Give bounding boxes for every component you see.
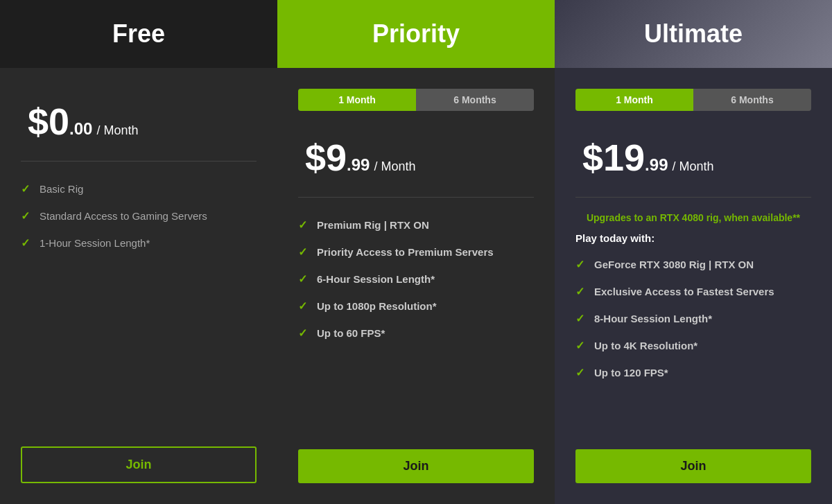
priority-body: 1 Month6 Months$9.99/ Month✓Premium Rig … [277,68,555,504]
check-icon: ✓ [21,236,30,250]
ultimate-body: 1 Month6 Months$19.99/ MonthUpgrades to … [555,68,832,504]
feature-text: GeForce RTX 3080 Rig | RTX ON [594,259,754,270]
feature-item: ✓Priority Access to Premium Servers [298,238,534,266]
priority-price-period: / Month [374,159,415,174]
free-body: $0.00/ Month✓Basic Rig✓Standard Access t… [0,68,277,504]
priority-divider [298,197,534,198]
check-icon: ✓ [298,245,307,259]
check-icon: ✓ [298,327,307,340]
priority-price-cents: .99 [347,155,370,175]
check-icon: ✓ [575,285,584,298]
ultimate-divider [575,197,811,198]
feature-item: ✓Up to 120 FPS* [575,359,811,386]
priority-features-list: ✓Premium Rig | RTX ON✓Priority Access to… [298,211,534,435]
feature-item: ✓Up to 4K Resolution* [575,332,811,359]
ultimate-price-period: / Month [672,159,713,174]
feature-text: 8-Hour Session Length* [594,313,712,324]
feature-item: ✓Up to 60 FPS* [298,320,534,347]
ultimate-billing-6-months[interactable]: 6 Months [693,89,811,111]
feature-text: Up to 120 FPS* [594,367,668,379]
check-icon: ✓ [575,312,584,325]
feature-text: Exclusive Access to Fastest Servers [594,286,774,297]
check-icon: ✓ [575,366,584,379]
priority-title: Priority [372,19,460,49]
ultimate-price-dollar: $19 [582,139,645,176]
free-price-period: / Month [96,123,138,138]
feature-item: ✓Up to 1080p Resolution* [298,293,534,320]
ultimate-header: Ultimate [555,0,832,68]
check-icon: ✓ [575,258,584,271]
priority-price-dollar: $9 [305,139,347,176]
feature-text: Up to 1080p Resolution* [317,300,437,312]
feature-text: Premium Rig | RTX ON [317,219,429,231]
priority-join-button[interactable]: Join [298,449,534,483]
priority-billing-1-month[interactable]: 1 Month [298,89,416,111]
feature-text: 6-Hour Session Length* [317,273,435,285]
free-price-dollar: $0 [28,103,69,140]
feature-text: Standard Access to Gaming Servers [40,210,207,222]
ultimate-billing-toggle: 1 Month6 Months [575,89,811,111]
plan-free: Free$0.00/ Month✓Basic Rig✓Standard Acce… [0,0,277,504]
free-divider [21,161,257,162]
feature-item: ✓8-Hour Session Length* [575,305,811,332]
feature-item: ✓6-Hour Session Length* [298,266,534,293]
plan-priority: Priority1 Month6 Months$9.99/ Month✓Prem… [277,0,555,504]
check-icon: ✓ [298,218,307,232]
feature-item: ✓Standard Access to Gaming Servers [21,202,257,229]
feature-text: Up to 4K Resolution* [594,340,697,351]
free-price-section: $0.00/ Month [28,103,257,140]
feature-item: ✓1-Hour Session Length* [21,229,257,257]
ultimate-play-today: Play today with: [575,232,811,244]
check-icon: ✓ [21,209,30,223]
feature-text: 1-Hour Session Length* [40,237,150,249]
priority-billing-toggle: 1 Month6 Months [298,89,534,111]
free-join-button[interactable]: Join [21,446,257,483]
ultimate-billing-1-month[interactable]: 1 Month [575,89,693,111]
ultimate-upgrade-note: Upgrades to an RTX 4080 rig, when availa… [575,211,811,225]
feature-item: ✓Premium Rig | RTX ON [298,211,534,238]
feature-item: ✓GeForce RTX 3080 Rig | RTX ON [575,251,811,278]
priority-header: Priority [277,0,555,68]
check-icon: ✓ [575,339,584,352]
priority-billing-6-months[interactable]: 6 Months [416,89,534,111]
pricing-container: Free$0.00/ Month✓Basic Rig✓Standard Acce… [0,0,832,504]
ultimate-title: Ultimate [644,19,743,49]
free-title: Free [112,19,165,49]
check-icon: ✓ [298,299,307,313]
ultimate-price-section: $19.99/ Month [582,139,811,176]
feature-item: ✓Exclusive Access to Fastest Servers [575,278,811,305]
feature-text: Basic Rig [40,183,83,195]
free-price-cents: .00 [69,119,92,139]
free-header: Free [0,0,277,68]
ultimate-features-list: ✓GeForce RTX 3080 Rig | RTX ON✓Exclusive… [575,251,811,435]
check-icon: ✓ [298,272,307,286]
free-features-list: ✓Basic Rig✓Standard Access to Gaming Ser… [21,175,257,433]
feature-text: Priority Access to Premium Servers [317,246,494,258]
priority-price-section: $9.99/ Month [305,139,534,176]
check-icon: ✓ [21,182,30,195]
ultimate-price-cents: .99 [645,155,668,175]
plan-ultimate: Ultimate1 Month6 Months$19.99/ MonthUpgr… [555,0,832,504]
ultimate-join-button[interactable]: Join [575,449,811,483]
feature-text: Up to 60 FPS* [317,327,385,339]
feature-item: ✓Basic Rig [21,175,257,202]
